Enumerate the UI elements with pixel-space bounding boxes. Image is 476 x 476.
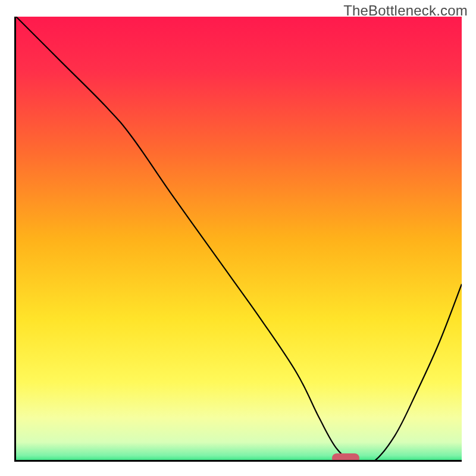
plot-area bbox=[14, 17, 462, 462]
chart-stage: TheBottleneck.com bbox=[0, 0, 476, 476]
optimal-marker bbox=[332, 453, 359, 462]
bottleneck-curve bbox=[16, 17, 462, 462]
